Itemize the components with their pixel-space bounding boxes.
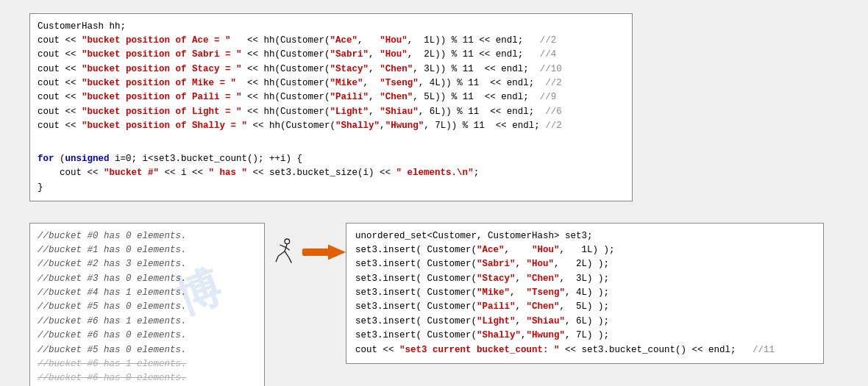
runner-icon <box>268 237 298 267</box>
bucket-line-5: //bucket #5 has 0 elements. <box>38 300 257 314</box>
right-line-insert-ace: set3.insert( Customer("Ace", "Hou", 1L) … <box>355 243 814 257</box>
right-code-box: unordered_set<Customer, CustomerHash> se… <box>346 223 824 364</box>
bucket-line-3: //bucket #3 has 0 elements. <box>38 272 257 286</box>
svg-line-7 <box>288 257 291 262</box>
bucket-line-6b: //bucket #6 has 0 elements. <box>38 329 257 343</box>
code-line-shally: cout << "bucket position of Shally = " <… <box>38 119 625 133</box>
bucket-line-0: //bucket #0 has 0 elements. <box>38 229 257 243</box>
svg-rect-9 <box>302 249 338 256</box>
svg-line-4 <box>278 251 285 256</box>
right-line-insert-light: set3.insert( Customer("Light", "Shiau", … <box>355 315 814 329</box>
right-line-decl: unordered_set<Customer, CustomerHash> se… <box>355 229 814 243</box>
bucket-line-5b: //bucket #5 has 0 elements. <box>38 343 257 357</box>
svg-line-6 <box>285 251 288 257</box>
right-line-insert-paili: set3.insert( Customer("Paili", "Chen", 5… <box>355 300 814 314</box>
code-close-brace: } <box>38 181 625 195</box>
top-code-box: CustomerHash hh; cout << "bucket positio… <box>29 13 633 202</box>
code-cout-inner: cout << "bucket #" << i << " has " << se… <box>38 166 625 180</box>
bucket-line-1: //bucket #1 has 0 elements. <box>38 243 257 257</box>
svg-line-2 <box>280 245 285 247</box>
svg-line-5 <box>276 256 278 262</box>
blank-line <box>38 138 625 152</box>
bucket-line-6c: //bucket #6 has 1 elements. <box>38 357 257 371</box>
right-line-insert-shally: set3.insert( Customer("Shally","Hwung", … <box>355 329 814 343</box>
svg-line-3 <box>285 247 289 250</box>
bucket-line-6a: //bucket #6 has 1 elements. <box>38 315 257 329</box>
code-line-ace: cout << "bucket position of Ace = " << h… <box>38 34 625 48</box>
right-line-insert-stacy: set3.insert( Customer("Stacy", "Chen", 3… <box>355 272 814 286</box>
right-line-cout: cout << "set3 current bucket_count: " <<… <box>355 343 814 357</box>
right-line-insert-sabri: set3.insert( Customer("Sabri", "Hou", 2L… <box>355 257 814 271</box>
main-container: CustomerHash hh; cout << "bucket positio… <box>29 13 839 374</box>
bucket-line-4: //bucket #4 has 1 elements. <box>38 286 257 300</box>
code-line-mike: cout << "bucket position of Mike = " << … <box>38 76 625 90</box>
code-line-paili: cout << "bucket position of Paili = " <<… <box>38 90 625 104</box>
code-line-hash: CustomerHash hh; <box>38 20 625 34</box>
code-line-stacy: cout << "bucket position of Stacy = " <<… <box>38 62 625 76</box>
code-for-line: for (unsigned i=0; i<set3.bucket_count()… <box>38 152 625 166</box>
bucket-line-6d: //bucket #6 has 0 elements. <box>38 371 257 385</box>
runner-arrow-area <box>268 237 346 267</box>
bucket-line-2: //bucket #2 has 3 elements. <box>38 257 257 271</box>
code-line-light: cout << "bucket position of Light = " <<… <box>38 105 625 119</box>
svg-point-0 <box>285 239 290 244</box>
code-line-sabri: cout << "bucket position of Sabri = " <<… <box>38 48 625 62</box>
right-line-insert-mike: set3.insert( Customer("Mike", "Tseng", 4… <box>355 286 814 300</box>
bottom-left-code-box: //bucket #0 has 0 elements. //bucket #1 … <box>29 223 265 387</box>
arrow-icon <box>302 241 346 263</box>
